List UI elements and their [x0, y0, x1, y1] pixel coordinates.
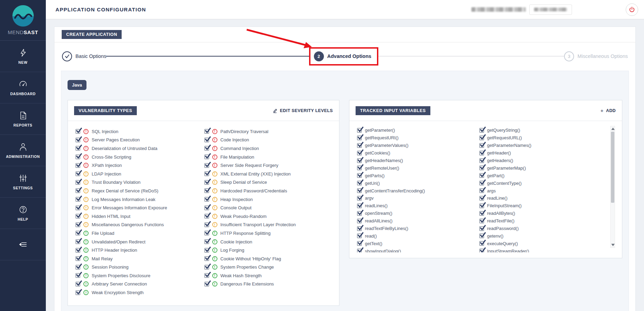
tracked-variable-checkbox[interactable] — [479, 165, 484, 170]
tracked-variable-checkbox[interactable] — [479, 203, 484, 208]
tab-java[interactable]: Java — [68, 80, 86, 90]
vulnerability-checkbox[interactable] — [75, 214, 80, 219]
tracked-variable-checkbox[interactable] — [357, 249, 362, 252]
tracked-variable-checkbox[interactable] — [357, 233, 362, 238]
vulnerability-checkbox[interactable] — [75, 282, 80, 287]
tracked-variable-checkbox[interactable] — [479, 136, 484, 140]
vulnerability-checkbox[interactable] — [204, 214, 209, 219]
tracked-variable-checkbox[interactable] — [479, 173, 484, 178]
vulnerability-checkbox[interactable] — [204, 188, 209, 193]
vulnerability-checkbox[interactable] — [204, 248, 209, 253]
vulnerability-checkbox[interactable] — [75, 146, 80, 151]
tracked-variable-checkbox[interactable] — [357, 128, 362, 133]
sidebar-item-administration[interactable]: ADMINISTRATION — [0, 135, 46, 166]
vulnerability-checkbox[interactable] — [204, 180, 209, 185]
vulnerability-label: Hardcoded Password/Credentials — [221, 188, 287, 193]
vulnerability-checkbox[interactable] — [75, 265, 80, 270]
tracked-variable-checkbox[interactable] — [479, 233, 484, 238]
step-advanced-options[interactable]: 2 Advanced Options — [314, 51, 371, 61]
step-miscellaneous-options[interactable]: 3 Miscellaneous Options — [564, 51, 628, 61]
vulnerability-checkbox[interactable] — [204, 222, 209, 227]
tracked-variable-checkbox[interactable] — [357, 173, 362, 178]
logout-button[interactable] — [626, 3, 638, 16]
vulnerability-checkbox[interactable] — [75, 273, 80, 278]
vulnerability-checkbox[interactable] — [75, 180, 80, 185]
tracked-variable-checkbox[interactable] — [479, 241, 484, 246]
tracked-variable-checkbox[interactable] — [479, 226, 484, 231]
step-basic-options[interactable]: Basic Options — [62, 51, 106, 61]
add-variable-button[interactable]: + ADD — [601, 108, 616, 113]
edit-severity-levels-button[interactable]: EDIT SEVERITY LEVELS — [273, 108, 333, 113]
vulnerability-checkbox[interactable] — [75, 129, 80, 134]
tracked-panel-header: TRACKED INPUT VARIABLES + ADD — [349, 100, 622, 121]
tracked-variable-checkbox[interactable] — [357, 226, 362, 231]
sidebar-item-dashboard[interactable]: DASHBOARD — [0, 72, 46, 103]
tracked-variable-checkbox[interactable] — [357, 136, 362, 140]
vulnerability-checkbox[interactable] — [204, 265, 209, 270]
vulnerability-checkbox[interactable] — [75, 231, 80, 235]
tracked-variable-checkbox[interactable] — [479, 151, 484, 156]
vulnerability-checkbox[interactable] — [204, 273, 209, 278]
tracked-variable-checkbox[interactable] — [479, 196, 484, 201]
severity-icon — [83, 273, 89, 278]
tracked-variable-checkbox[interactable] — [357, 143, 362, 148]
vulnerability-checkbox[interactable] — [204, 154, 209, 159]
tracked-variable-checkbox[interactable] — [357, 196, 362, 201]
tracked-variable-checkbox[interactable] — [479, 181, 484, 185]
vulnerability-checkbox[interactable] — [204, 146, 209, 151]
vulnerability-checkbox[interactable] — [204, 197, 209, 202]
tracked-variable-checkbox[interactable] — [479, 219, 484, 223]
tracked-variable-checkbox[interactable] — [357, 219, 362, 223]
tracked-variable-checkbox[interactable] — [357, 165, 362, 170]
tracked-variable-checkbox[interactable] — [479, 128, 484, 133]
vulnerability-checkbox[interactable] — [75, 239, 80, 244]
vulnerability-checkbox[interactable] — [75, 154, 80, 159]
severity-icon — [212, 205, 217, 210]
vulnerability-checkbox[interactable] — [75, 163, 80, 168]
vulnerability-checkbox[interactable] — [204, 138, 209, 142]
vulnerability-checkbox[interactable] — [75, 188, 80, 193]
tracked-variable-checkbox[interactable] — [357, 211, 362, 216]
sidebar-item-help[interactable]: HELP — [0, 198, 46, 229]
vulnerability-checkbox[interactable] — [75, 197, 80, 202]
vulnerability-checkbox[interactable] — [75, 222, 80, 227]
tracked-variable-checkbox[interactable] — [357, 151, 362, 156]
tracked-variable-checkbox[interactable] — [479, 249, 484, 252]
vulnerability-checkbox[interactable] — [204, 171, 209, 176]
scrollbar-thumb[interactable] — [611, 132, 614, 203]
tracked-variable-checkbox[interactable] — [479, 188, 484, 193]
redacted-account-select[interactable] — [529, 4, 572, 15]
vulnerability-item-row: Command Injection — [204, 144, 333, 153]
tracked-variable-checkbox[interactable] — [357, 158, 362, 163]
vulnerability-item-row: Cookie Without 'HttpOnly' Flag — [204, 254, 333, 263]
vulnerability-checkbox[interactable] — [75, 138, 80, 142]
vulnerability-item-row: Log Messages Information Leak — [75, 195, 204, 204]
sidebar-collapse-button[interactable] — [0, 229, 46, 260]
tracked-variable-checkbox[interactable] — [357, 203, 362, 208]
tracked-variable-checkbox[interactable] — [357, 241, 362, 246]
vulnerability-checkbox[interactable] — [204, 239, 209, 244]
vulnerability-checkbox[interactable] — [75, 290, 80, 295]
vulnerability-checkbox[interactable] — [75, 248, 80, 253]
tracked-list-scrollbar[interactable] — [610, 126, 615, 248]
vulnerability-checkbox[interactable] — [75, 171, 80, 176]
vulnerability-checkbox[interactable] — [204, 163, 209, 168]
tracked-variable-checkbox[interactable] — [479, 211, 484, 216]
scroll-up-arrow[interactable] — [611, 128, 615, 130]
sidebar-item-new[interactable]: NEW — [0, 41, 46, 72]
vulnerability-checkbox[interactable] — [204, 129, 209, 134]
vulnerability-checkbox[interactable] — [75, 256, 80, 261]
sidebar-item-reports[interactable]: REPORTS — [0, 103, 46, 135]
vulnerability-checkbox[interactable] — [75, 205, 80, 210]
tracked-variable-checkbox[interactable] — [357, 188, 362, 193]
vulnerability-item-row: Mail Relay — [75, 254, 204, 263]
tracked-variable-checkbox[interactable] — [479, 143, 484, 148]
tracked-variable-checkbox[interactable] — [479, 158, 484, 163]
sidebar-item-settings[interactable]: SETTINGS — [0, 166, 46, 198]
tracked-variable-checkbox[interactable] — [357, 181, 362, 185]
vulnerability-checkbox[interactable] — [204, 282, 209, 287]
vulnerability-checkbox[interactable] — [204, 231, 209, 235]
vulnerability-checkbox[interactable] — [204, 256, 209, 261]
vulnerability-checkbox[interactable] — [204, 205, 209, 210]
scroll-down-arrow[interactable] — [611, 244, 615, 246]
